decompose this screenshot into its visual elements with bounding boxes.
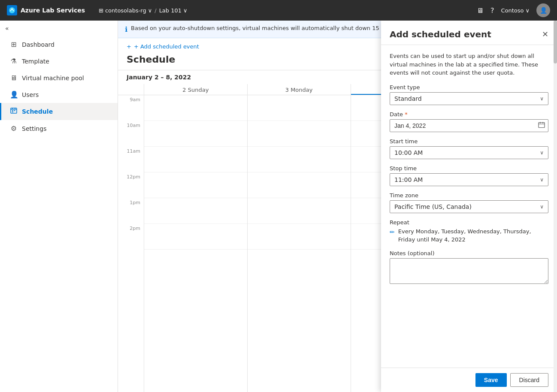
rg-chevron: ∨	[148, 7, 152, 14]
sidebar-item-label: Dashboard	[22, 41, 54, 48]
lab-chevron: ∨	[183, 7, 188, 14]
stop-time-label: Stop time	[390, 165, 548, 172]
breadcrumb: ⊞ contosolabs-rg ∨ / Lab 101 ∨	[99, 7, 188, 14]
timezone-group: Time zone Pacific Time (US, Canada) ∨	[390, 192, 548, 213]
timezone-chevron: ∨	[540, 204, 544, 210]
timezone-value: Pacific Time (US, Canada)	[394, 203, 472, 210]
sidebar-item-settings[interactable]: ⚙ Settings	[0, 120, 118, 137]
main-layout: « ⊞ Dashboard ⚗ Template 🖥 Virtual machi…	[0, 21, 557, 392]
content-area: ℹ Based on your auto-shutdown settings, …	[118, 21, 557, 392]
sidebar-item-label: Schedule	[22, 108, 53, 115]
panel-header: Add scheduled event ✕	[381, 21, 557, 45]
calendar-icon[interactable]	[538, 121, 545, 130]
add-scheduled-event-panel: Add scheduled event ✕ Events can be used…	[381, 21, 557, 392]
panel-scrollbar[interactable]	[554, 21, 557, 392]
svg-rect-5	[12, 110, 13, 111]
event-type-chevron: ∨	[540, 96, 544, 102]
day-col-monday	[247, 95, 351, 392]
svg-rect-7	[12, 112, 13, 112]
repeat-value: Every Monday, Tuesday, Wednesday, Thursd…	[398, 227, 548, 244]
sidebar-item-label: Users	[22, 91, 39, 98]
start-time-group: Start time 10:00 AM ∨	[390, 138, 548, 159]
date-group: Date *	[390, 111, 548, 132]
panel-close-button[interactable]: ✕	[542, 30, 548, 39]
logo-icon	[7, 5, 17, 15]
banner-info-icon: ℹ	[125, 25, 127, 33]
stop-time-group: Stop time 11:00 AM ∨	[390, 165, 548, 186]
stop-time-value: 11:00 AM	[394, 176, 423, 183]
sidebar-item-vm-pool[interactable]: 🖥 Virtual machine pool	[0, 69, 118, 86]
sidebar-item-label: Template	[22, 58, 49, 65]
event-type-value: Standard	[394, 95, 422, 102]
day-col-sunday	[144, 95, 247, 392]
breadcrumb-monitor-icon: ⊞	[99, 7, 103, 14]
users-icon: 👤	[10, 90, 18, 99]
date-input[interactable]	[390, 119, 548, 132]
event-type-group: Event type Standard ∨	[390, 84, 548, 105]
vm-pool-icon: 🖥	[10, 74, 18, 82]
topnav-right: 🖥 ? Contoso ∨ 👤	[477, 3, 550, 17]
start-time-label: Start time	[390, 138, 548, 145]
avatar[interactable]: 👤	[536, 3, 550, 17]
start-time-value: 10:00 AM	[394, 149, 423, 156]
time-slot-1pm: 1pm	[118, 198, 144, 224]
time-slot-9am: 9am	[118, 95, 144, 121]
notes-textarea[interactable]	[390, 258, 548, 284]
stop-time-select[interactable]: 11:00 AM ∨	[390, 173, 548, 186]
dashboard-icon: ⊞	[10, 40, 18, 48]
date-label: Date *	[390, 111, 548, 118]
start-time-chevron: ∨	[540, 150, 544, 156]
breadcrumb-sep: /	[154, 7, 156, 14]
add-event-label: + Add scheduled event	[134, 43, 199, 50]
day-col-header-sunday: 2 Sunday	[144, 84, 247, 95]
breadcrumb-rg[interactable]: ⊞ contosolabs-rg ∨	[99, 7, 152, 14]
discard-button[interactable]: Discard	[510, 373, 548, 387]
panel-description: Events can be used to start up and/or sh…	[390, 52, 548, 77]
topnav: Azure Lab Services ⊞ contosolabs-rg ∨ / …	[0, 0, 557, 21]
sidebar-item-template[interactable]: ⚗ Template	[0, 53, 118, 69]
app-name: Azure Lab Services	[21, 7, 85, 14]
time-slot-11am: 11am	[118, 147, 144, 172]
date-input-wrapper	[390, 119, 548, 132]
time-column: 9am 10am 11am 12pm 1pm 2pm	[118, 95, 144, 392]
timezone-label: Time zone	[390, 192, 548, 199]
svg-rect-8	[539, 122, 545, 127]
notes-label: Notes (optional)	[390, 250, 548, 256]
template-icon: ⚗	[10, 57, 18, 65]
sidebar-item-label: Settings	[22, 125, 46, 132]
panel-title: Add scheduled event	[390, 29, 491, 39]
repeat-group: Repeat ✏ Every Monday, Tuesday, Wednesda…	[390, 219, 548, 244]
stop-time-chevron: ∨	[540, 177, 544, 183]
sidebar: « ⊞ Dashboard ⚗ Template 🖥 Virtual machi…	[0, 21, 118, 392]
day-col-header-monday: 3 Monday	[247, 84, 351, 95]
panel-footer: Save Discard	[381, 368, 557, 392]
add-icon: +	[127, 43, 131, 50]
sidebar-item-schedule[interactable]: Schedule	[0, 103, 118, 120]
monitor-icon[interactable]: 🖥	[477, 6, 484, 15]
repeat-row: ✏ Every Monday, Tuesday, Wednesday, Thur…	[390, 227, 548, 244]
event-type-select[interactable]: Standard ∨	[390, 92, 548, 105]
repeat-label: Repeat	[390, 219, 548, 226]
panel-scrollbar-thumb[interactable]	[554, 21, 557, 63]
collapse-icon: «	[5, 25, 9, 32]
sidebar-collapse-button[interactable]: «	[0, 21, 118, 36]
sidebar-item-label: Virtual machine pool	[22, 75, 84, 81]
user-menu[interactable]: Contoso ∨	[501, 7, 530, 14]
svg-rect-1	[11, 108, 17, 113]
user-chevron: ∨	[525, 7, 530, 14]
time-slot-2pm: 2pm	[118, 224, 144, 250]
settings-icon: ⚙	[10, 124, 18, 133]
sidebar-item-users[interactable]: 👤 Users	[0, 86, 118, 103]
breadcrumb-lab[interactable]: Lab 101 ∨	[159, 7, 188, 14]
sidebar-item-dashboard[interactable]: ⊞ Dashboard	[0, 36, 118, 53]
timezone-select[interactable]: Pacific Time (US, Canada) ∨	[390, 200, 548, 213]
svg-rect-6	[14, 110, 15, 111]
save-button[interactable]: Save	[475, 373, 507, 387]
repeat-edit-icon[interactable]: ✏	[390, 228, 395, 237]
start-time-select[interactable]: 10:00 AM ∨	[390, 146, 548, 159]
app-logo[interactable]: Azure Lab Services	[7, 5, 85, 15]
date-required-marker: *	[405, 111, 408, 118]
time-slot-10am: 10am	[118, 121, 144, 147]
notes-group: Notes (optional)	[390, 250, 548, 285]
help-icon[interactable]: ?	[490, 6, 494, 15]
